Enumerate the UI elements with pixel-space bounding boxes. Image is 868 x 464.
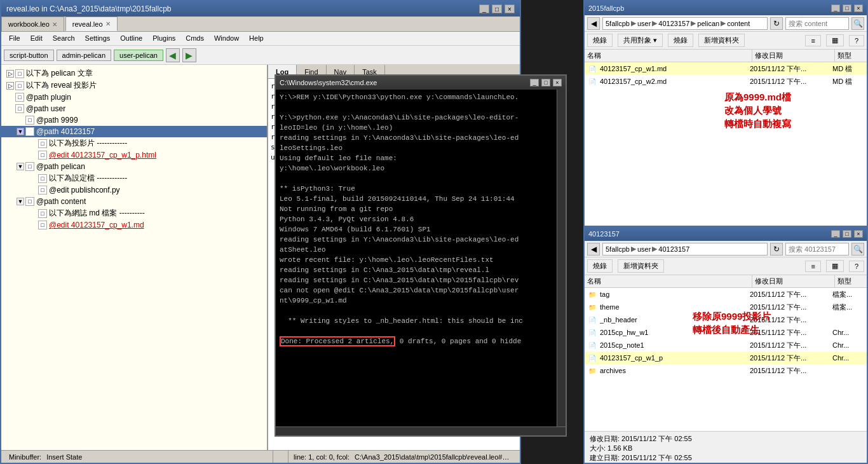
explorer-1-refresh[interactable]: ↻ [770,17,783,30]
tree-toggle[interactable] [29,186,37,194]
tab-reveal-close[interactable]: ✕ [105,20,111,27]
file-item-archives[interactable]: 📁 archives 2015/11/12 下午... [585,364,867,377]
file-item-w1md[interactable]: 📄 40123157_cp_w1.md 2015/11/12 下午... MD … [585,62,867,75]
leo-close-btn[interactable]: × [505,4,515,13]
explorer-1-back-btn[interactable]: ◀ [587,17,600,30]
file-date: 2015/11/12 下午... [750,366,832,376]
menu-outline[interactable]: Outline [115,33,147,44]
explorer-1-view-btn[interactable]: ≡ [805,35,820,46]
cmd-maximize-btn[interactable]: □ [541,79,550,86]
explorer-2-refresh[interactable]: ↻ [770,243,783,256]
tree-toggle[interactable]: ▼ [17,198,24,205]
menu-cmds[interactable]: Cmds [180,33,209,44]
cmd-bottom-scrollbar[interactable] [276,426,566,435]
explorer-2-search-input[interactable] [785,243,849,256]
tree-item-md-header[interactable]: □ 以下為網誌 md 檔案 ---------- [1,207,267,219]
tree-toggle[interactable] [29,175,37,182]
menu-search[interactable]: Search [48,33,80,44]
tree-item-path-plugin[interactable]: □ @path plugin [1,92,267,103]
menu-window[interactable]: Window [209,33,244,44]
explorer-2-burn-btn[interactable]: 燒錄 [587,259,613,273]
cmd-close-btn[interactable]: × [553,79,562,86]
explorer-2-close[interactable]: × [854,230,863,238]
user-pelican-button[interactable]: user-pelican [114,50,163,61]
file-item-w2md[interactable]: 📄 40123157_cp_w2.md 2015/11/12 下午... MD … [585,75,867,88]
explorer-2-view-btn[interactable]: ≡ [805,261,820,272]
tree-toggle[interactable] [29,221,37,229]
tree-item-slides-header[interactable]: □ 以下為投影片 ------------ [1,137,267,149]
tree-toggle[interactable] [29,151,37,159]
tree-item-edit-md[interactable]: □ @edit 40123157_cp_w1.md [1,219,267,231]
explorer-2-search-btn[interactable]: 🔍 [851,243,864,256]
tree-item-reveal-slides[interactable]: ▷ □ 以下為 reveal 投影片 [1,79,267,92]
cmd-minimize-btn[interactable]: _ [530,79,539,86]
explorer-1-newfolder-btn[interactable]: 新增資料夾 [698,34,745,47]
tree-item-config-header[interactable]: □ 以下為設定檔 ------------ [1,172,267,184]
file-date: 2015/11/12 下午... [750,315,832,325]
tree-item-path-content[interactable]: ▼ □ @path content [1,196,267,207]
tree-node-icon: □ [15,81,24,90]
file-item-hw-w1[interactable]: 📄 2015cp_hw_w1 2015/11/12 下午... Chr... [585,326,867,339]
tree-label: @edit 40123157_cp_w1_p.html [49,151,156,160]
menu-settings[interactable]: Settings [80,33,116,44]
explorer-2-details-btn[interactable]: ▦ [826,260,844,272]
tree-toggle[interactable] [29,210,37,217]
tree-item-path-9999[interactable]: □ @path 9999 [1,114,267,126]
explorer-1-search-input[interactable] [785,17,849,30]
menu-file[interactable]: File [4,33,25,44]
nav-forward-btn[interactable]: ▶ [182,48,196,62]
explorer-2-newfolder-btn[interactable]: 新增資料夾 [618,259,664,273]
tree-item-edit-html[interactable]: □ @edit 40123157_cp_w1_p.html [1,149,267,161]
tree-toggle[interactable]: ▷ [6,82,14,90]
explorer-2-header: 名稱 修改日期 類型 [585,275,867,288]
tree-item-pelican-articles[interactable]: ▷ □ 以下為 pelican 文章 [1,67,267,79]
tree-node-icon: □ [15,93,24,102]
explorer-1-minimize[interactable]: _ [831,4,840,12]
file-item-note1[interactable]: 📄 2015cp_note1 2015/11/12 下午... Chr... [585,339,867,351]
file-item-nb-header[interactable]: 📄 _nb_header 2015/11/12 下午... [585,313,867,326]
tree-toggle[interactable]: ▼ [17,128,24,135]
file-item-cp-w1-p[interactable]: 📄 40123157_cp_w1_p 2015/11/12 下午... Chr.… [585,351,867,364]
tree-label: @path 9999 [36,116,78,125]
explorer-1-maximize[interactable]: □ [843,4,851,12]
tree-toggle[interactable] [17,116,24,124]
leo-maximize-btn[interactable]: □ [492,4,502,13]
explorer-2-statusbar: 修改日期: 2015/11/12 下午 02:55 大小: 1.56 KB 建立… [585,431,867,463]
nav-back-btn[interactable]: ◀ [166,48,180,62]
explorer-2-back-btn[interactable]: ◀ [587,243,600,256]
tree-toggle[interactable]: ▼ [17,163,24,170]
explorer-1-close[interactable]: × [854,4,863,12]
tab-workbook-close[interactable]: ✕ [52,21,57,28]
explorer-2-maximize[interactable]: □ [843,230,851,238]
explorer-1-search-btn[interactable]: 🔍 [851,17,864,30]
tree-item-edit-publishconf[interactable]: □ @edit publishconf.py [1,184,267,196]
explorer-1-details-btn[interactable]: ▦ [826,34,844,46]
explorer-1-share-btn[interactable]: 共用對象 ▾ [618,34,663,47]
tree-item-path-user[interactable]: □ @path user [1,103,267,114]
script-button[interactable]: script-button [4,50,54,61]
explorer-1-burn2-btn[interactable]: 燒錄 [668,34,693,47]
explorer-2-status-date: 修改日期: 2015/11/12 下午 02:55 [590,434,862,444]
explorer-1-help-btn[interactable]: ? [849,35,864,46]
tree-item-path-40123157[interactable]: ▼ □ @path 40123157 [1,126,267,137]
file-item-theme[interactable]: 📁 theme 2015/11/12 下午... 檔案... [585,301,867,313]
tree-toggle[interactable] [6,93,14,101]
admin-pelican-button[interactable]: admin-pelican [57,50,111,61]
tab-reveal[interactable]: reveal.leo ✕ [65,17,118,31]
menu-plugins[interactable]: Plugins [147,33,180,44]
leo-minimize-btn[interactable]: _ [479,4,489,13]
tree-toggle[interactable] [6,105,14,113]
file-item-tag[interactable]: 📁 tag 2015/11/12 下午... 檔案... [585,288,867,301]
explorer-1-burn-btn[interactable]: 燒錄 [587,34,613,47]
explorer-2-minimize[interactable]: _ [831,230,840,238]
menu-edit[interactable]: Edit [25,33,48,44]
tree-toggle[interactable]: ▷ [6,70,14,78]
menu-help[interactable]: Help [244,33,269,44]
tree-toggle[interactable] [29,140,37,147]
cmd-scrollbar[interactable] [557,90,566,426]
tab-workbook[interactable]: workbook.leo ✕ [1,17,64,31]
leo-tree-panel[interactable]: ▷ □ 以下為 pelican 文章 ▷ □ 以下為 reveal 投影片 □ … [1,65,268,450]
tree-item-path-pelican[interactable]: ▼ □ @path pelican [1,161,267,172]
explorer-2-help-btn[interactable]: ? [849,261,864,272]
cmd-line: y:\home\.leo\workbook.leo [280,163,553,174]
